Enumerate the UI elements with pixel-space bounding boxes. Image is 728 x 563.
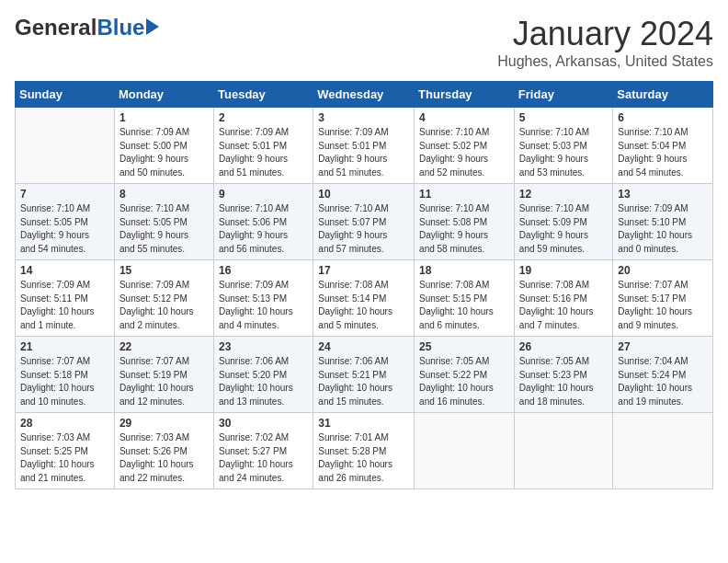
day-number: 1 (119, 111, 209, 124)
day-number: 11 (419, 188, 509, 201)
day-number: 28 (20, 417, 109, 430)
day-info: Sunrise: 7:10 AM Sunset: 5:05 PM Dayligh… (20, 202, 109, 256)
day-info: Sunrise: 7:07 AM Sunset: 5:19 PM Dayligh… (119, 355, 209, 408)
calendar-day-cell: 30Sunrise: 7:02 AM Sunset: 5:27 PM Dayli… (214, 413, 313, 489)
calendar-week-row: 28Sunrise: 7:03 AM Sunset: 5:25 PM Dayli… (16, 413, 713, 489)
day-info: Sunrise: 7:09 AM Sunset: 5:10 PM Dayligh… (618, 202, 708, 256)
calendar-day-cell: 25Sunrise: 7:05 AM Sunset: 5:22 PM Dayli… (415, 337, 515, 413)
calendar-day-header: Thursday (415, 82, 515, 108)
calendar-header-row: SundayMondayTuesdayWednesdayThursdayFrid… (16, 82, 713, 108)
page-header: GeneralBlue January 2024 Hughes, Arkansa… (15, 15, 713, 70)
calendar-day-header: Monday (114, 82, 213, 108)
calendar-day-header: Tuesday (214, 82, 313, 108)
day-number: 16 (219, 264, 308, 277)
calendar-day-cell: 23Sunrise: 7:06 AM Sunset: 5:20 PM Dayli… (214, 337, 313, 413)
day-info: Sunrise: 7:09 AM Sunset: 5:01 PM Dayligh… (318, 126, 409, 179)
day-info: Sunrise: 7:10 AM Sunset: 5:03 PM Dayligh… (519, 126, 609, 179)
calendar-day-cell (514, 413, 613, 489)
day-number: 3 (318, 111, 409, 124)
calendar-day-cell: 5Sunrise: 7:10 AM Sunset: 5:03 PM Daylig… (514, 108, 613, 184)
day-number: 5 (519, 111, 609, 124)
day-number: 31 (318, 417, 409, 430)
calendar-day-cell (415, 413, 515, 489)
title-block: January 2024 Hughes, Arkansas, United St… (497, 15, 713, 70)
calendar-day-cell: 24Sunrise: 7:06 AM Sunset: 5:21 PM Dayli… (313, 337, 415, 413)
calendar-day-cell: 16Sunrise: 7:09 AM Sunset: 5:13 PM Dayli… (214, 260, 313, 337)
day-info: Sunrise: 7:08 AM Sunset: 5:14 PM Dayligh… (318, 279, 409, 332)
calendar-day-cell: 28Sunrise: 7:03 AM Sunset: 5:25 PM Dayli… (16, 413, 115, 489)
calendar-week-row: 14Sunrise: 7:09 AM Sunset: 5:11 PM Dayli… (16, 260, 713, 337)
day-info: Sunrise: 7:05 AM Sunset: 5:23 PM Dayligh… (519, 355, 609, 408)
day-info: Sunrise: 7:08 AM Sunset: 5:16 PM Dayligh… (519, 279, 609, 332)
calendar-day-cell: 12Sunrise: 7:10 AM Sunset: 5:09 PM Dayli… (514, 184, 613, 260)
day-number: 26 (519, 340, 609, 353)
calendar-day-cell: 15Sunrise: 7:09 AM Sunset: 5:12 PM Dayli… (114, 260, 213, 337)
day-number: 19 (519, 264, 609, 277)
day-number: 21 (20, 340, 109, 353)
calendar-day-cell: 1Sunrise: 7:09 AM Sunset: 5:00 PM Daylig… (114, 108, 213, 184)
day-number: 13 (618, 188, 708, 201)
day-number: 18 (419, 264, 509, 277)
calendar-day-cell: 22Sunrise: 7:07 AM Sunset: 5:19 PM Dayli… (114, 337, 213, 413)
day-number: 7 (20, 188, 109, 201)
day-number: 25 (419, 340, 509, 353)
calendar-day-header: Friday (514, 82, 613, 108)
calendar-day-cell: 6Sunrise: 7:10 AM Sunset: 5:04 PM Daylig… (613, 108, 713, 184)
calendar-day-cell: 19Sunrise: 7:08 AM Sunset: 5:16 PM Dayli… (514, 260, 613, 337)
day-info: Sunrise: 7:07 AM Sunset: 5:18 PM Dayligh… (20, 355, 109, 408)
calendar-table: SundayMondayTuesdayWednesdayThursdayFrid… (15, 81, 713, 489)
calendar-week-row: 21Sunrise: 7:07 AM Sunset: 5:18 PM Dayli… (16, 337, 713, 413)
day-info: Sunrise: 7:10 AM Sunset: 5:02 PM Dayligh… (419, 126, 509, 179)
day-info: Sunrise: 7:09 AM Sunset: 5:12 PM Dayligh… (119, 279, 209, 332)
day-number: 24 (318, 340, 409, 353)
day-number: 10 (318, 188, 409, 201)
day-info: Sunrise: 7:06 AM Sunset: 5:20 PM Dayligh… (219, 355, 308, 408)
day-number: 4 (419, 111, 509, 124)
day-info: Sunrise: 7:10 AM Sunset: 5:05 PM Dayligh… (119, 202, 209, 256)
day-number: 27 (618, 340, 708, 353)
day-number: 15 (119, 264, 209, 277)
day-number: 17 (318, 264, 409, 277)
calendar-day-header: Sunday (16, 82, 115, 108)
calendar-day-cell: 31Sunrise: 7:01 AM Sunset: 5:28 PM Dayli… (313, 413, 415, 489)
calendar-day-cell (613, 413, 713, 489)
day-info: Sunrise: 7:09 AM Sunset: 5:13 PM Dayligh… (219, 279, 308, 332)
calendar-day-cell: 20Sunrise: 7:07 AM Sunset: 5:17 PM Dayli… (613, 260, 713, 337)
day-number: 12 (519, 188, 609, 201)
calendar-subtitle: Hughes, Arkansas, United States (497, 53, 713, 70)
calendar-day-cell: 11Sunrise: 7:10 AM Sunset: 5:08 PM Dayli… (415, 184, 515, 260)
day-info: Sunrise: 7:08 AM Sunset: 5:15 PM Dayligh… (419, 279, 509, 332)
day-info: Sunrise: 7:10 AM Sunset: 5:06 PM Dayligh… (219, 202, 308, 256)
day-info: Sunrise: 7:05 AM Sunset: 5:22 PM Dayligh… (419, 355, 509, 408)
day-info: Sunrise: 7:07 AM Sunset: 5:17 PM Dayligh… (618, 279, 708, 332)
logo-text: GeneralBlue (15, 15, 144, 40)
day-info: Sunrise: 7:10 AM Sunset: 5:08 PM Dayligh… (419, 202, 509, 256)
day-number: 6 (618, 111, 708, 124)
day-info: Sunrise: 7:03 AM Sunset: 5:26 PM Dayligh… (119, 431, 209, 485)
calendar-day-cell: 7Sunrise: 7:10 AM Sunset: 5:05 PM Daylig… (16, 184, 115, 260)
day-info: Sunrise: 7:06 AM Sunset: 5:21 PM Dayligh… (318, 355, 409, 408)
calendar-week-row: 7Sunrise: 7:10 AM Sunset: 5:05 PM Daylig… (16, 184, 713, 260)
logo-arrow-icon (146, 18, 159, 35)
day-number: 23 (219, 340, 308, 353)
calendar-week-row: 1Sunrise: 7:09 AM Sunset: 5:00 PM Daylig… (16, 108, 713, 184)
calendar-day-cell: 10Sunrise: 7:10 AM Sunset: 5:07 PM Dayli… (313, 184, 415, 260)
logo: GeneralBlue (15, 15, 159, 40)
calendar-day-cell: 18Sunrise: 7:08 AM Sunset: 5:15 PM Dayli… (415, 260, 515, 337)
calendar-day-cell: 13Sunrise: 7:09 AM Sunset: 5:10 PM Dayli… (613, 184, 713, 260)
calendar-title: January 2024 (497, 15, 713, 53)
day-number: 22 (119, 340, 209, 353)
day-number: 30 (219, 417, 308, 430)
day-info: Sunrise: 7:09 AM Sunset: 5:11 PM Dayligh… (20, 279, 109, 332)
day-info: Sunrise: 7:04 AM Sunset: 5:24 PM Dayligh… (618, 355, 708, 408)
day-number: 20 (618, 264, 708, 277)
calendar-day-header: Saturday (613, 82, 713, 108)
day-number: 8 (119, 188, 209, 201)
day-info: Sunrise: 7:10 AM Sunset: 5:07 PM Dayligh… (318, 202, 409, 256)
calendar-day-cell: 2Sunrise: 7:09 AM Sunset: 5:01 PM Daylig… (214, 108, 313, 184)
calendar-day-cell: 14Sunrise: 7:09 AM Sunset: 5:11 PM Dayli… (16, 260, 115, 337)
day-info: Sunrise: 7:02 AM Sunset: 5:27 PM Dayligh… (219, 431, 308, 485)
calendar-day-cell: 3Sunrise: 7:09 AM Sunset: 5:01 PM Daylig… (313, 108, 415, 184)
day-info: Sunrise: 7:09 AM Sunset: 5:00 PM Dayligh… (119, 126, 209, 179)
calendar-day-cell (16, 108, 115, 184)
